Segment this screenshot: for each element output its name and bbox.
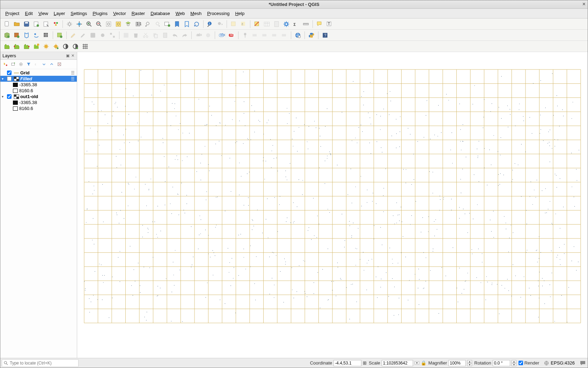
rotate-label-button[interactable] [270,31,279,40]
expand-all-button[interactable] [40,60,48,68]
zoom-full-button[interactable] [104,20,113,29]
raster-histogram-button[interactable] [2,42,12,51]
measure-button[interactable] [301,20,310,29]
layer-actions-icon[interactable]: ☰ [71,76,75,81]
remove-layer-button[interactable] [56,60,63,68]
full-stretch-button[interactable] [22,42,31,51]
menu-layer[interactable]: Layer [51,9,68,17]
manage-themes-button[interactable] [17,60,25,68]
open-project-button[interactable] [12,20,21,29]
new-virtual-layer-button[interactable] [55,31,64,40]
collapse-all-button[interactable] [48,60,56,68]
action-dropdown-button[interactable] [215,20,225,29]
new-map-view-button[interactable] [163,20,172,29]
menu-edit[interactable]: Edit [22,9,35,17]
messages-button[interactable] [579,360,586,367]
map-canvas[interactable] [77,52,588,358]
scale-dropdown[interactable]: ▾ [414,361,419,365]
show-bookmarks-button[interactable] [182,20,191,29]
attribute-table-button[interactable] [262,20,271,29]
local-full-stretch-button[interactable] [61,42,70,51]
add-feature-button[interactable] [98,31,107,40]
locator-bar[interactable] [2,359,79,367]
panel-dock-buttons[interactable]: ▣ ✕ [66,53,75,58]
layer-item-grid[interactable]: Grid☰ [0,70,77,76]
layer-visibility-checkbox[interactable] [7,76,12,81]
field-calculator-button[interactable] [272,20,281,29]
contrast-button[interactable] [71,42,80,51]
add-vector-layer-button[interactable] [2,31,12,40]
rotation-spinner[interactable]: ▴▾ [512,360,516,366]
increase-brightness-button[interactable] [32,42,41,51]
zoom-in-button[interactable] [84,20,94,29]
copy-features-button[interactable] [151,31,160,40]
layer-visibility-checkbox[interactable] [7,71,12,75]
processing-toolbox-button[interactable] [282,20,291,29]
filter-by-expression-button[interactable]: ε [32,60,40,68]
select-features-button[interactable] [229,20,238,29]
new-print-layout-button[interactable] [32,20,41,29]
python-console-button[interactable] [307,31,316,40]
menu-plugins[interactable]: Plugins [90,9,110,17]
hide-labels-button[interactable]: abc [227,31,236,40]
layer-visibility-checkbox[interactable] [7,94,12,99]
new-spatial-bookmark-button[interactable] [172,20,182,29]
pan-button[interactable] [65,20,74,29]
menu-raster[interactable]: Raster [129,9,148,17]
cumulative-stretch-button[interactable] [12,42,21,51]
menu-processing[interactable]: Processing [204,9,232,17]
decrease-brightness-button[interactable] [42,42,51,51]
pin-labels-button[interactable] [241,31,250,40]
locator-input[interactable] [10,361,77,366]
change-label-button[interactable] [280,31,289,40]
menu-view[interactable]: View [36,9,51,17]
diagram-button[interactable] [204,31,213,40]
show-labels-button[interactable]: abc [217,31,226,40]
zoom-to-layer-button[interactable] [124,20,133,29]
vertex-tool-button[interactable] [108,31,117,40]
modify-attributes-button[interactable] [122,31,131,40]
extents-toggle-icon[interactable]: ⊞ [363,360,367,366]
scale-input[interactable] [382,360,413,366]
layer-styling-button[interactable] [2,60,9,68]
render-checkbox[interactable] [519,361,523,365]
refresh-button[interactable] [192,20,201,29]
redo-button[interactable] [180,31,189,40]
layer-item-out1-old[interactable]: ▾out1-old [0,94,77,100]
labeling-single-button[interactable]: abc [194,31,203,40]
new-shapefile-button[interactable] [22,31,31,40]
menu-mesh[interactable]: Mesh [188,9,204,17]
layer-item-filled[interactable]: ▾Filled☰ [0,76,77,82]
deselect-all-button[interactable] [252,20,262,29]
statistics-button[interactable]: Σ [292,20,301,29]
select-by-expression-button[interactable]: ε [239,20,248,29]
new-mesh-button[interactable] [42,31,51,40]
magnifier-spinner[interactable]: ▴▾ [467,360,472,366]
rotation-input[interactable] [493,360,510,366]
zoom-next-button[interactable] [153,20,162,29]
zoom-native-button[interactable]: 1:1 [133,20,142,29]
crs-button[interactable]: EPSG:4326 [541,359,577,367]
new-geopackage-button[interactable] [12,31,21,40]
show-pinned-labels-button[interactable] [250,31,259,40]
lock-scale-icon[interactable]: 🔒 [421,360,426,366]
layer-actions-icon[interactable]: ☰ [71,71,75,75]
menu-help[interactable]: Help [232,9,247,17]
menu-vector[interactable]: Vector [110,9,129,17]
window-close-button[interactable]: × [582,1,586,7]
filter-legend-button[interactable] [25,60,32,68]
paste-features-button[interactable] [161,31,170,40]
menu-settings[interactable]: Settings [68,9,90,17]
new-project-button[interactable] [2,20,12,29]
coordinate-input[interactable] [333,360,361,366]
save-project-button[interactable] [22,20,31,29]
map-tips-button[interactable] [315,20,324,29]
style-manager-button[interactable] [51,20,60,29]
menu-web[interactable]: Web [173,9,188,17]
zoom-last-button[interactable] [143,20,152,29]
layers-panel-header[interactable]: Layers ▣ ✕ [0,52,77,60]
layout-manager-button[interactable] [42,20,51,29]
help-button[interactable]: ? [321,31,330,40]
new-spatialite-button[interactable] [32,31,41,40]
annotation-button[interactable]: T [325,20,334,29]
